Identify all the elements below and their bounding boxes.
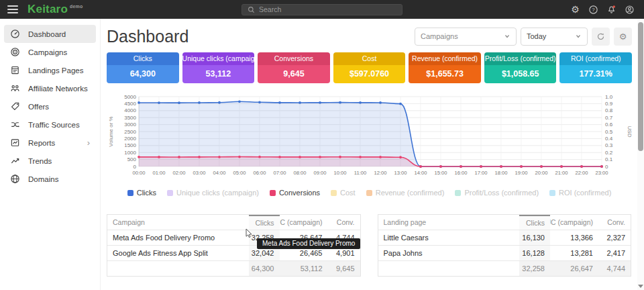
svg-text:?: ?	[592, 7, 595, 13]
sidebar: Dashboard Campaigns Landings Pages Affil…	[0, 19, 101, 290]
chevron-down-icon	[504, 33, 511, 40]
table-row[interactable]: Little Caesars 16,130 13,366 2,327	[378, 230, 631, 246]
search-bar[interactable]	[241, 4, 402, 15]
settings-icon[interactable]: ⚙	[570, 5, 580, 15]
app-logo[interactable]: Keitarodemo	[28, 3, 83, 16]
svg-text:11:00: 11:00	[354, 170, 366, 176]
svg-text:16:00: 16:00	[454, 170, 467, 176]
help-icon[interactable]: ?	[588, 5, 598, 15]
vertical-scrollbar[interactable]	[637, 19, 644, 290]
svg-text:0: 0	[133, 164, 137, 170]
stat-cards: Clicks64,300 Unique clicks (campaign)53,…	[107, 52, 632, 83]
table-row[interactable]: Papa Johns 16,128 13,281 2,417	[378, 246, 631, 261]
campaigns-filter-select[interactable]: Campaigns	[415, 28, 517, 46]
legend-item-unique-clicks[interactable]: Unique clicks (campaign)	[167, 189, 259, 197]
scrollbar-thumb[interactable]	[638, 22, 643, 151]
svg-text:10:00: 10:00	[333, 170, 346, 176]
table-header: Landing page Clicks UC (campaign) Conv.	[378, 215, 631, 230]
dashboard-settings-button[interactable]: ⚙	[614, 28, 632, 46]
svg-text:0.8: 0.8	[605, 107, 613, 113]
sidebar-item-traffic-sources[interactable]: Traffic Sources	[4, 115, 96, 134]
reports-icon	[10, 138, 20, 148]
svg-text:20:00: 20:00	[535, 170, 547, 176]
domains-icon	[10, 174, 20, 184]
sorted-column-header[interactable]: Clicks	[519, 215, 550, 230]
svg-text:500: 500	[127, 156, 137, 162]
svg-text:13:00: 13:00	[394, 170, 407, 176]
table-header: Campaign Clicks UC (campaign) Conv.	[107, 215, 360, 230]
trends-icon	[10, 156, 20, 166]
scrollbar-down-arrow[interactable]	[638, 285, 643, 288]
svg-text:3500: 3500	[124, 115, 136, 121]
sidebar-item-reports[interactable]: Reports ›	[4, 134, 96, 152]
svg-text:5000: 5000	[124, 94, 136, 100]
legend-swatch	[549, 190, 555, 196]
refresh-button[interactable]	[592, 28, 610, 46]
affiliate-networks-icon	[10, 83, 20, 93]
sidebar-item-campaigns[interactable]: Campaigns	[4, 43, 96, 61]
svg-text:0: 0	[605, 164, 608, 170]
chart-legend: Clicks Unique clicks (campaign) Conversi…	[107, 189, 632, 197]
dashboard-chart[interactable]: 0500100015002000250030003500400045005000…	[107, 93, 632, 183]
legend-item-roi[interactable]: ROI (confirmed)	[549, 189, 611, 197]
stat-card-cost: Cost$597.0760	[333, 52, 406, 83]
traffic-sources-icon	[10, 119, 20, 130]
svg-text:0.7: 0.7	[605, 115, 613, 121]
svg-text:0.6: 0.6	[605, 122, 613, 128]
svg-text:1000: 1000	[124, 150, 136, 156]
date-range-select[interactable]: Today	[521, 28, 588, 46]
svg-text:14:00: 14:00	[414, 170, 427, 176]
svg-text:22:00: 22:00	[575, 170, 588, 176]
sidebar-item-offers[interactable]: Offers	[4, 97, 96, 115]
sidebar-item-trends[interactable]: Trends	[4, 152, 96, 170]
sidebar-item-domains[interactable]: Domains	[4, 170, 96, 188]
stat-card-unique-clicks: Unique clicks (campaign)53,112	[182, 52, 255, 83]
account-icon[interactable]	[625, 5, 635, 15]
sidebar-item-affiliate-networks[interactable]: Affiliate Networks	[4, 79, 96, 97]
legend-item-conversions[interactable]: Conversions	[270, 189, 320, 197]
chevron-down-icon	[575, 33, 582, 40]
search-input[interactable]	[259, 5, 402, 13]
demo-badge: demo	[70, 4, 83, 9]
svg-text:02:00: 02:00	[172, 170, 185, 176]
svg-text:0.1: 0.1	[605, 156, 613, 162]
svg-text:Volume or %: Volume or %	[108, 116, 114, 146]
landings-pages-icon	[10, 65, 20, 75]
svg-text:07:00: 07:00	[273, 170, 286, 176]
stat-card-conversions: Conversions9,645	[258, 52, 330, 83]
legend-item-clicks[interactable]: Clicks	[127, 189, 156, 197]
sidebar-item-dashboard[interactable]: Dashboard	[4, 25, 96, 43]
svg-text:04:00: 04:00	[213, 170, 225, 176]
svg-text:1500: 1500	[124, 142, 136, 148]
table-total-row: 32,258 26,647 4,744	[378, 261, 631, 276]
legend-swatch	[167, 190, 173, 196]
dashboard-icon	[10, 29, 20, 39]
legend-swatch	[127, 190, 133, 196]
table-total-row: 64,300 53,112 9,645	[107, 261, 360, 276]
svg-text:09:00: 09:00	[313, 170, 326, 176]
svg-text:0.5: 0.5	[605, 129, 613, 135]
legend-swatch	[270, 190, 276, 196]
svg-text:0.9: 0.9	[605, 101, 613, 107]
svg-text:17:00: 17:00	[474, 170, 487, 176]
legend-swatch	[366, 190, 372, 196]
stat-card-revenue: Revenue (confirmed)$1,655.73	[409, 52, 481, 83]
svg-text:01:00: 01:00	[152, 170, 165, 176]
notifications-icon[interactable]	[606, 5, 616, 15]
menu-icon[interactable]	[7, 3, 18, 15]
svg-text:08:00: 08:00	[293, 170, 306, 176]
search-icon	[248, 6, 255, 13]
sorted-column-header[interactable]: Clicks	[249, 215, 280, 230]
svg-text:03:00: 03:00	[193, 170, 205, 176]
stat-card-clicks: Clicks64,300	[107, 52, 179, 83]
page-title: Dashboard	[107, 27, 189, 46]
svg-text:4500: 4500	[124, 101, 136, 107]
svg-text:18:00: 18:00	[494, 170, 507, 176]
stat-card-profit-loss: Profit/Loss (confirmed)$1,058.65	[484, 52, 557, 83]
legend-item-cost[interactable]: Cost	[331, 189, 356, 197]
stat-card-roi: ROI (confirmed)177.31%	[559, 52, 632, 83]
svg-text:USD: USD	[627, 126, 633, 138]
sidebar-item-landings-pages[interactable]: Landings Pages	[4, 61, 96, 79]
legend-item-profit-loss[interactable]: Profit/Loss (confirmed)	[455, 189, 539, 197]
legend-item-revenue[interactable]: Revenue (confirmed)	[366, 189, 445, 197]
